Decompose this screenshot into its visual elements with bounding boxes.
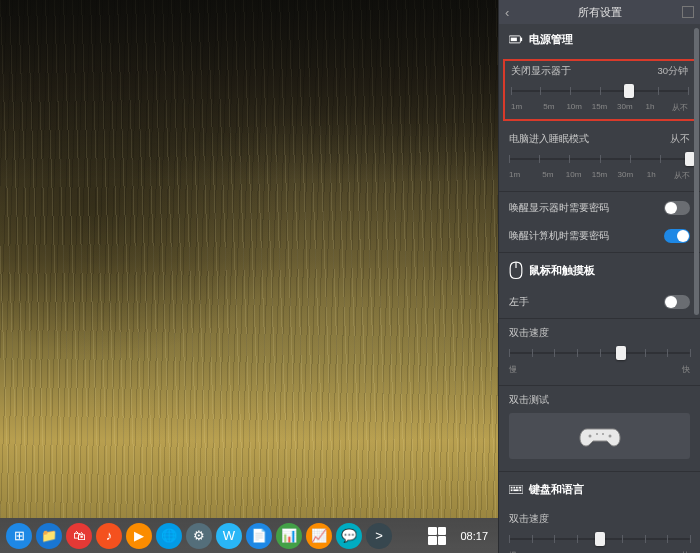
panel-title: 所有设置 bbox=[578, 5, 622, 20]
wake-computer-pwd-label: 唤醒计算机时需要密码 bbox=[509, 229, 609, 243]
left-hand-toggle[interactable] bbox=[664, 295, 690, 309]
svg-rect-1 bbox=[520, 38, 522, 42]
svg-point-7 bbox=[602, 433, 604, 435]
dblclick-test: 双击测试 bbox=[499, 388, 700, 469]
setting-sleep: 电脑进入睡眠模式 从不 1m5m10m15m30m1h从不 bbox=[499, 127, 700, 189]
mouse-icon bbox=[509, 264, 523, 278]
wake-display-pwd-toggle[interactable] bbox=[664, 201, 690, 215]
sleep-ticks: 1m5m10m15m30m1h从不 bbox=[509, 170, 690, 181]
wake-computer-pwd-toggle[interactable] bbox=[664, 229, 690, 243]
repeat-speed-label: 双击速度 bbox=[509, 513, 549, 526]
sleep-label: 电脑进入睡眠模式 bbox=[509, 133, 589, 146]
dock-present[interactable]: 📈 bbox=[306, 523, 332, 549]
sleep-value: 从不 bbox=[670, 133, 690, 146]
section-power-title: 电源管理 bbox=[529, 32, 573, 47]
panel-body: 电源管理 关闭显示器于 30分钟 1m5m10m15m30m1h从不 电脑进入睡… bbox=[499, 24, 700, 553]
left-hand-row: 左手 bbox=[499, 288, 700, 316]
svg-point-5 bbox=[608, 435, 611, 438]
dock-doc[interactable]: 📄 bbox=[246, 523, 272, 549]
wake-computer-pwd-row: 唤醒计算机时需要密码 bbox=[499, 222, 700, 250]
wake-display-pwd-row: 唤醒显示器时需要密码 bbox=[499, 194, 700, 222]
setting-display-off: 关闭显示器于 30分钟 1m5m10m15m30m1h从不 bbox=[503, 59, 696, 121]
left-hand-label: 左手 bbox=[509, 295, 529, 309]
display-off-value: 30分钟 bbox=[657, 65, 688, 78]
svg-rect-11 bbox=[516, 487, 518, 489]
scrollbar-thumb[interactable] bbox=[694, 28, 699, 315]
keyboard-icon bbox=[509, 483, 523, 497]
panel-header: ‹ 所有设置 bbox=[499, 0, 700, 24]
battery-icon bbox=[509, 33, 523, 47]
repeat-speed-thumb[interactable] bbox=[595, 532, 605, 546]
desktop-wallpaper[interactable] bbox=[0, 0, 498, 518]
section-power: 电源管理 bbox=[499, 24, 700, 57]
wake-display-pwd-label: 唤醒显示器时需要密码 bbox=[509, 201, 609, 215]
svg-point-6 bbox=[596, 433, 598, 435]
gamepad-icon bbox=[579, 423, 621, 449]
scrollbar[interactable] bbox=[694, 28, 699, 549]
section-keyboard-title: 键盘和语言 bbox=[529, 482, 584, 497]
sleep-slider[interactable] bbox=[509, 150, 690, 168]
expand-icon[interactable] bbox=[682, 6, 694, 18]
dblclick-slow-label: 慢 bbox=[509, 364, 517, 375]
dblclick-speed-thumb[interactable] bbox=[616, 346, 626, 360]
dblclick-fast-label: 快 bbox=[682, 364, 690, 375]
tray-indicators[interactable] bbox=[424, 525, 450, 547]
display-off-thumb[interactable] bbox=[624, 84, 634, 98]
svg-rect-15 bbox=[520, 490, 522, 492]
dblclick-speed-slider[interactable] bbox=[509, 344, 690, 362]
svg-rect-14 bbox=[513, 490, 518, 492]
setting-dblclick-speed: 双击速度 慢 快 bbox=[499, 321, 700, 383]
svg-point-4 bbox=[588, 435, 591, 438]
display-off-slider[interactable] bbox=[511, 82, 688, 100]
dblclick-speed-label: 双击速度 bbox=[509, 327, 549, 340]
dock-terminal[interactable]: > bbox=[366, 523, 392, 549]
dock-wps[interactable]: W bbox=[216, 523, 242, 549]
svg-rect-12 bbox=[519, 487, 522, 489]
display-off-ticks: 1m5m10m15m30m1h从不 bbox=[511, 102, 688, 113]
svg-rect-10 bbox=[513, 487, 515, 489]
section-mouse-title: 鼠标和触摸板 bbox=[529, 263, 595, 278]
svg-rect-13 bbox=[511, 490, 513, 492]
section-keyboard: 键盘和语言 bbox=[499, 474, 700, 507]
dock-chat[interactable]: 💬 bbox=[336, 523, 362, 549]
dock-music[interactable]: ♪ bbox=[96, 523, 122, 549]
dock-store[interactable]: 🛍 bbox=[66, 523, 92, 549]
svg-rect-9 bbox=[511, 487, 513, 489]
dock-settings[interactable]: ⚙ bbox=[186, 523, 212, 549]
dock-tray: 08:17 bbox=[424, 525, 492, 547]
tray-time[interactable]: 08:17 bbox=[456, 525, 492, 547]
dock-files[interactable]: 📁 bbox=[36, 523, 62, 549]
repeat-speed-slider[interactable] bbox=[509, 530, 690, 548]
display-off-label: 关闭显示器于 bbox=[511, 65, 571, 78]
dock-launcher[interactable]: ⊞ bbox=[6, 523, 32, 549]
setting-repeat-speed: 双击速度 慢 快 bbox=[499, 507, 700, 553]
dblclick-test-label: 双击测试 bbox=[509, 394, 549, 407]
section-mouse: 鼠标和触摸板 bbox=[499, 255, 700, 288]
back-icon[interactable]: ‹ bbox=[505, 5, 509, 20]
settings-panel: ‹ 所有设置 电源管理 关闭显示器于 30分钟 1 bbox=[498, 0, 700, 553]
svg-rect-2 bbox=[511, 38, 517, 42]
dock: ⊞📁🛍♪▶🌐⚙W📄📊📈💬>08:17 bbox=[0, 518, 498, 553]
dock-video[interactable]: ▶ bbox=[126, 523, 152, 549]
dock-calc[interactable]: 📊 bbox=[276, 523, 302, 549]
dock-browser[interactable]: 🌐 bbox=[156, 523, 182, 549]
dblclick-test-area[interactable] bbox=[509, 413, 690, 459]
